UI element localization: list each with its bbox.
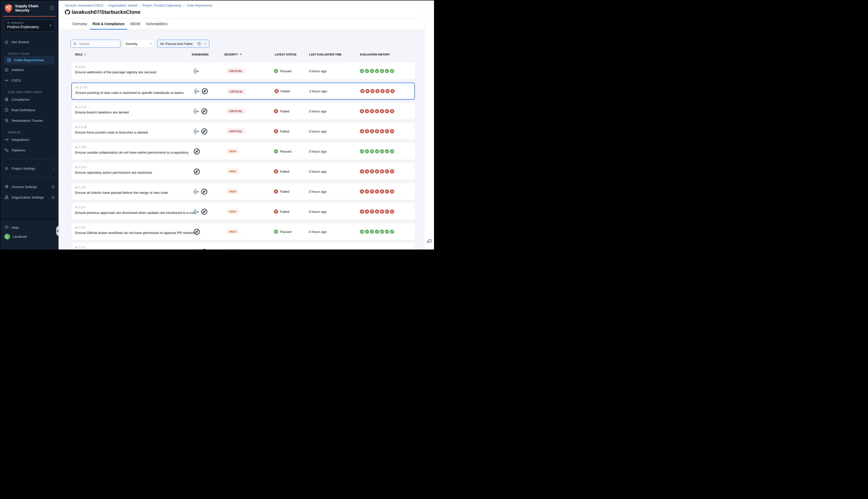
rule-cell: Id: 4.3.4Ensure webhooks of the package …: [75, 65, 156, 74]
column-header-last-evaluation-time[interactable]: LAST EVALUATION TIME: [309, 53, 341, 56]
tab-vulnerabilities[interactable]: Vulnerabilities: [143, 18, 170, 29]
search-input[interactable]: [79, 42, 114, 46]
search-field[interactable]: [71, 40, 121, 48]
table-row[interactable]: Id: 1.2.9Ensure GitHub action workflows …: [71, 223, 415, 240]
cis-icon: CIS: [193, 188, 200, 195]
table-row[interactable]: Id: 1.1.17Ensure branch deletions are de…: [71, 103, 415, 120]
clear-filter-icon[interactable]: [197, 42, 201, 46]
table-row[interactable]: Id: 1.2.17Ensure repository action permi…: [71, 163, 415, 180]
severity-badge: CRITICAL: [227, 68, 245, 74]
breadcrumb-item-2[interactable]: Organization: default: [108, 4, 137, 7]
owasp-icon: [201, 128, 208, 135]
app-switcher-grid-icon[interactable]: [50, 5, 55, 11]
table-row[interactable]: Id: 1.1.4Ensure previous approvals are d…: [71, 203, 415, 220]
project-selector[interactable]: PROJECT Product Exploratory: [4, 19, 55, 32]
rule-id: Id: 1.1.16: [75, 125, 148, 129]
cis-icon: CIS: [194, 88, 200, 94]
last-evaluation-time: 3 hours ago: [309, 203, 326, 220]
breadcrumb-item-3[interactable]: Project: Product Exploratory: [142, 4, 182, 7]
table-row[interactable]: Id: 1.1.15Ensure pushing of new code is …: [71, 83, 415, 100]
column-header-label: EVALUATION HISTORY: [360, 53, 390, 56]
rule-description: Ensure outside collaborators do not have…: [75, 150, 188, 154]
last-evaluation-time: 3 hours ago: [309, 83, 327, 99]
project-label-row: PROJECT: [7, 21, 52, 24]
sidebar-item-account-settings[interactable]: Account Settings: [0, 182, 59, 192]
sort-desc-icon: [239, 54, 242, 55]
sidebar-item-artifacts[interactable]: Artifacts: [0, 64, 59, 75]
x-circle-icon: [380, 129, 384, 134]
org-icon: [4, 195, 9, 199]
project-cube-icon: [7, 21, 10, 24]
user-menu[interactable]: L Lavakush: [0, 233, 59, 241]
table-row[interactable]: Id: 1.1.16Ensure force pushes code to br…: [71, 123, 415, 140]
sidebar-item-rule-definitions[interactable]: Rule Definitions: [0, 105, 59, 115]
column-header-evaluation-history[interactable]: EVALUATION HISTORY: [360, 53, 390, 56]
breadcrumb-item-1[interactable]: Account: Automation-SSCA: [65, 4, 103, 7]
sidebar-item-pipelines[interactable]: Pipelines: [0, 145, 59, 155]
status-cell: Passed: [274, 62, 291, 80]
x-circle-icon: [370, 109, 374, 113]
rule-id: Id: 1.1.5: [75, 246, 85, 249]
status-filter[interactable]: All: Passed and Failed: [157, 40, 209, 48]
sidebar-item-label: Project Settings: [12, 167, 35, 170]
x-circle-icon: [365, 189, 369, 194]
x-circle-icon: [360, 129, 364, 134]
column-header-standards[interactable]: STANDARDS: [192, 53, 208, 56]
rule-id: Id: 1.2.21: [75, 146, 188, 149]
breadcrumb-item-4[interactable]: Code Repositories: [186, 4, 213, 7]
severity-badge: HIGH: [227, 229, 239, 234]
sidebar-item-ci-cd[interactable]: CI/CD: [0, 75, 59, 86]
check-circle-icon: [390, 69, 394, 73]
clipboard-check-icon: [4, 108, 9, 112]
sidebar-item-integrations[interactable]: Integrations: [0, 134, 59, 145]
tab-sbom[interactable]: SBOM: [127, 18, 143, 29]
owasp-icon: [201, 208, 208, 215]
table-row[interactable]: Id: 1.1.9Ensure all checks have passed b…: [71, 183, 415, 200]
cis-icon: CIS: [193, 68, 200, 74]
table-row[interactable]: Id: 4.3.4Ensure webhooks of the package …: [71, 62, 415, 80]
standards-cell: [193, 143, 200, 160]
table-row[interactable]: Id: 1.1.5CISHIGHFailed3 hours ago: [71, 243, 415, 250]
rule-id: Id: 1.1.15: [76, 86, 184, 89]
infinity-icon: [4, 78, 9, 83]
column-header-latest-status[interactable]: LATEST STATUS: [275, 53, 297, 56]
table-row[interactable]: Id: 1.2.21Ensure outside collaborators d…: [71, 143, 415, 160]
sidebar-collapse-handle[interactable]: [56, 226, 59, 236]
avatar: L: [4, 234, 10, 240]
x-circle-icon: [370, 129, 374, 134]
svg-text:CIS: CIS: [195, 90, 199, 93]
rule-cell: Id: 1.1.4Ensure previous approvals are d…: [75, 206, 198, 215]
severity-filter[interactable]: Severity: [123, 40, 155, 48]
check-circle-icon: [365, 69, 369, 73]
sidebar-item-code-repositories[interactable]: Code Repositories: [4, 56, 55, 64]
check-circle-icon: [375, 229, 379, 234]
svg-text:CIS: CIS: [195, 130, 199, 133]
code-repo-icon: [7, 58, 11, 62]
sidebar-item-compliance[interactable]: Compliance: [0, 94, 59, 105]
status-label: Failed: [280, 109, 289, 113]
sidebar-item-organization-settings[interactable]: Organization Settings: [0, 192, 59, 203]
rule-id: Id: 1.1.4: [75, 206, 198, 209]
sidebar-item-label: Organization Settings: [12, 196, 44, 199]
x-circle-icon: [375, 89, 380, 93]
sidebar-item-get-started[interactable]: Get Started: [0, 37, 59, 47]
rule-id: Id: 1.1.17: [75, 106, 129, 108]
tab-risk-compliance[interactable]: Risk & Compliance: [90, 18, 127, 29]
filter-bar: Severity All: Passed and Failed: [71, 40, 424, 48]
check-circle-icon: [370, 229, 374, 234]
column-header-rule[interactable]: RULE: [75, 53, 86, 56]
sidebar-item-project-settings[interactable]: Project Settings: [0, 163, 59, 174]
sidebar-item-help[interactable]: ?Help: [0, 222, 59, 233]
check-circle-icon: [370, 149, 374, 154]
page-title: lavakush07/StarbucksClone: [72, 9, 141, 15]
check-circle-icon: [380, 149, 384, 154]
home-icon: [4, 40, 9, 44]
last-evaluation-time: 3 hours ago: [309, 163, 326, 180]
chat-support-icon[interactable]: [426, 238, 432, 244]
check-circle-icon: [274, 149, 278, 154]
column-header-severity[interactable]: SEVERITY: [224, 53, 242, 56]
owasp-icon: [201, 248, 208, 250]
x-circle-icon: [385, 169, 389, 174]
sidebar-item-remediation-tracker[interactable]: Remediation Tracker: [0, 115, 59, 126]
tab-overview[interactable]: Overview: [70, 18, 90, 29]
